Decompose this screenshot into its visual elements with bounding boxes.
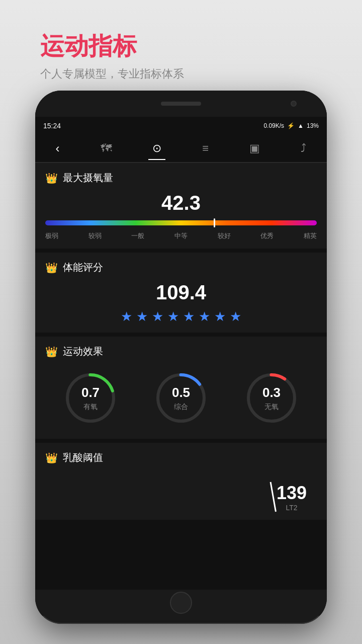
label-jiaoruo: 较弱 [88,231,102,240]
vo2max-section: 👑 最大摄氧量 42.3 极弱 较弱 一般 中等 较好 优秀 精英 [35,163,327,249]
bluetooth-icon: ⚡ [287,122,295,129]
vo2max-label: 最大摄氧量 [63,171,113,185]
effect-title-row: 👑 运动效果 [45,345,317,358]
content-area: 👑 最大摄氧量 42.3 极弱 较弱 一般 中等 较好 优秀 精英 [35,163,327,590]
comprehensive-gauge: 0.5 综合 [153,370,209,426]
phone-screen: 15:24 0.09K/s ⚡ ▲ 13% ‹ 🗺 ⊙ ≡ ▣ ⤴ 👑 最大摄氧 [35,117,327,590]
aerobic-gauge: 0.7 有氧 [63,370,118,426]
comprehensive-label: 综合 [172,403,190,412]
anaerobic-gauge: 0.3 无氧 [244,370,299,426]
home-button[interactable] [170,592,192,614]
map-icon[interactable]: 🗺 [97,138,116,159]
lactate-value-area: 139 LT2 [277,482,307,512]
fitness-section: 👑 体能评分 109.4 ★ ★ ★ ★ ★ ★ ★ ★ [35,253,327,333]
share-icon[interactable]: ⤴ [297,138,310,159]
fitness-value: 109.4 [45,281,317,304]
star-7: ★ [214,309,226,325]
lactate-section: 👑 乳酸阈值 139 LT2 [35,443,327,520]
label-zhongdeng: 中等 [174,231,188,240]
star-3: ★ [152,309,163,325]
wifi-icon: ▲ [298,122,304,129]
vo2max-bar-container [45,220,317,225]
effect-row: 0.7 有氧 0.5 [45,365,317,431]
lactate-sublabel: LT2 [277,504,307,512]
anaerobic-number: 0.3 [262,385,281,400]
status-bar: 15:24 0.09K/s ⚡ ▲ 13% [35,117,327,135]
lactate-title-row: 👑 乳酸阈值 [45,451,317,464]
crown-icon-effect: 👑 [45,346,58,358]
star-4: ★ [167,309,179,325]
fitness-title-row: 👑 体能评分 [45,261,317,274]
comprehensive-number: 0.5 [172,385,190,400]
vo2max-indicator [214,218,215,227]
label-jiruo: 极弱 [45,231,58,240]
comprehensive-value: 0.5 综合 [172,385,190,412]
status-right: 0.09K/s ⚡ ▲ 13% [263,122,319,129]
lactate-line [270,482,277,512]
star-2: ★ [136,309,148,325]
vo2max-labels: 极弱 较弱 一般 中等 较好 优秀 精英 [45,231,317,240]
star-6: ★ [199,309,210,325]
crown-icon-vo2: 👑 [45,172,58,184]
anaerobic-label: 无氧 [262,403,281,412]
nav-bar: ‹ 🗺 ⊙ ≡ ▣ ⤴ [35,135,327,163]
battery: 13% [307,122,319,129]
vo2max-value: 42.3 [45,192,317,214]
exercise-effect-section: 👑 运动效果 0.7 有氧 [35,337,327,439]
stars-row: ★ ★ ★ ★ ★ ★ ★ ★ [45,309,317,325]
page-subtitle: 个人专属模型，专业指标体系 [40,66,184,82]
star-1: ★ [121,309,132,325]
list-icon[interactable]: ≡ [198,138,213,159]
aerobic-item: 0.7 有氧 [63,370,118,426]
fitness-label: 体能评分 [63,261,103,274]
label-jiaohao: 较好 [218,231,231,240]
phone-speaker [161,102,201,106]
anaerobic-value: 0.3 无氧 [262,385,281,412]
aerobic-label: 有氧 [81,403,100,412]
lactate-number: 139 [277,482,307,504]
label-youxiu: 优秀 [260,231,274,240]
status-time: 15:24 [43,122,61,130]
crown-icon-lactate: 👑 [45,452,58,464]
aerobic-value: 0.7 有氧 [81,385,100,412]
star-8: ★ [230,309,241,325]
effect-label: 运动效果 [63,345,103,358]
phone-camera [291,101,297,107]
lactate-label: 乳酸阈值 [63,451,103,464]
title-area: 运动指标 个人专属模型，专业指标体系 [40,30,184,82]
label-yiban: 一般 [131,231,144,240]
crown-icon-fitness: 👑 [45,262,58,274]
network-speed: 0.09K/s [263,122,284,129]
star-5: ★ [183,309,195,325]
label-jingying: 精英 [304,231,317,240]
phone-frame: 15:24 0.09K/s ⚡ ▲ 13% ‹ 🗺 ⊙ ≡ ▣ ⤴ 👑 最大摄氧 [35,91,327,624]
lactate-content: 139 LT2 [45,471,317,512]
phone-bottom-bezel [35,590,327,616]
aerobic-number: 0.7 [81,385,100,400]
comprehensive-item: 0.5 综合 [153,370,209,426]
vo2max-title-row: 👑 最大摄氧量 [45,171,317,185]
page-title: 运动指标 [40,30,184,62]
phone-top-bezel [35,91,327,117]
anaerobic-item: 0.3 无氧 [244,370,299,426]
image-icon[interactable]: ▣ [245,138,264,159]
refresh-icon[interactable]: ⊙ [148,138,165,160]
back-button[interactable]: ‹ [52,137,64,159]
rainbow-bar [45,220,317,225]
